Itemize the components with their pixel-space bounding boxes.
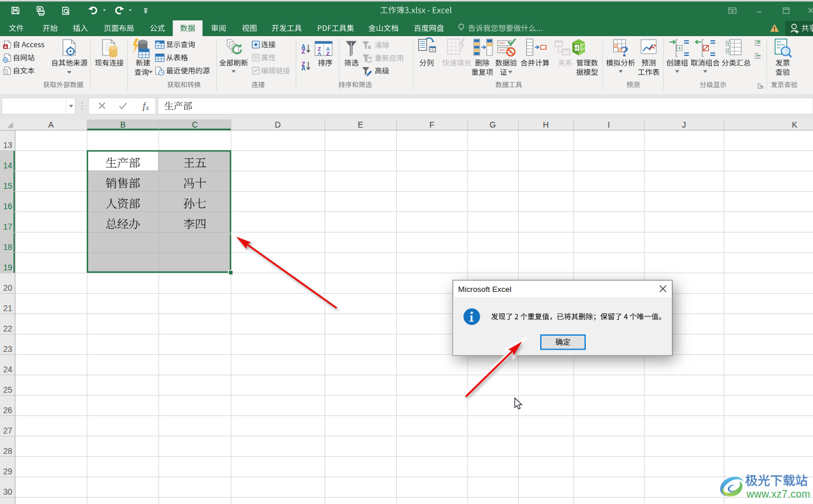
svg-text:25: 25 <box>3 385 12 394</box>
svg-text:D: D <box>274 120 280 129</box>
svg-text:x: x <box>145 104 149 112</box>
svg-text:14: 14 <box>3 161 12 170</box>
svg-text:E: E <box>358 120 363 129</box>
svg-text:F: F <box>430 120 435 129</box>
svg-text:30: 30 <box>3 487 12 496</box>
svg-text:A: A <box>48 120 54 129</box>
svg-text:23: 23 <box>3 344 12 354</box>
svg-text:Microsoft Excel: Microsoft Excel <box>458 285 512 294</box>
svg-text:22: 22 <box>3 324 12 333</box>
svg-text:C: C <box>192 120 198 129</box>
svg-text:24: 24 <box>3 365 12 374</box>
svg-text:Z: Z <box>301 48 305 55</box>
svg-text:?: ? <box>621 43 629 60</box>
svg-text:18: 18 <box>3 242 12 252</box>
svg-text:17: 17 <box>3 222 12 231</box>
svg-text:www.xz7.com: www.xz7.com <box>746 488 810 500</box>
svg-text:I: I <box>608 120 610 129</box>
svg-text:Z: Z <box>326 50 330 57</box>
svg-text:16: 16 <box>3 202 12 211</box>
svg-text:13: 13 <box>3 140 12 150</box>
svg-text:G: G <box>490 120 496 129</box>
svg-text:J: J <box>682 120 686 129</box>
svg-text:29: 29 <box>3 467 12 476</box>
svg-text:B: B <box>120 120 125 129</box>
svg-text:21: 21 <box>3 304 12 313</box>
svg-text:26: 26 <box>3 406 12 415</box>
svg-text:H: H <box>543 120 548 129</box>
svg-text:19: 19 <box>3 263 12 272</box>
svg-text:A: A <box>4 45 7 49</box>
svg-text:28: 28 <box>3 446 12 456</box>
svg-text:A: A <box>301 65 305 72</box>
svg-text:20: 20 <box>3 283 12 292</box>
svg-text:K: K <box>792 120 798 129</box>
svg-text:A: A <box>318 50 322 57</box>
svg-text:15: 15 <box>3 181 12 191</box>
svg-text:27: 27 <box>3 426 12 435</box>
